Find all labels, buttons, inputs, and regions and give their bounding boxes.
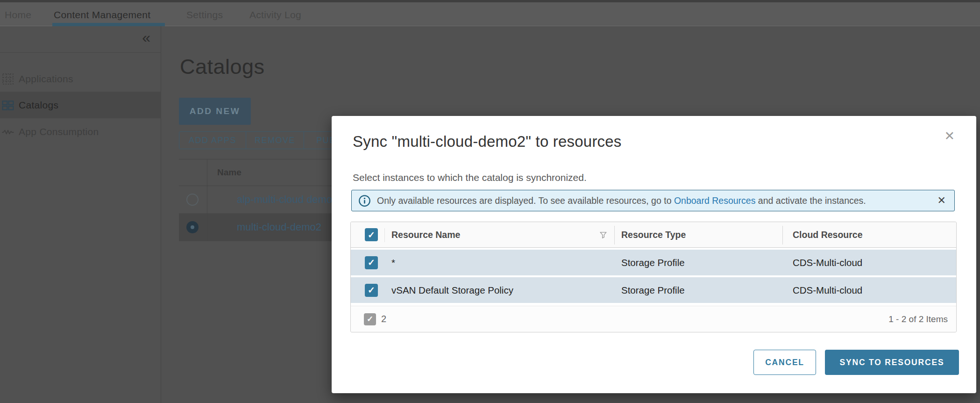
cloud-resource-cell: CDS-Multi-cloud: [793, 257, 862, 268]
add-new-button[interactable]: ADD NEW: [179, 98, 251, 125]
cancel-button[interactable]: CANCEL: [753, 350, 816, 375]
datagrid-footer: ✓ 2 1 - 2 of 2 Items: [351, 306, 956, 332]
modal-subtitle: Select instances to which the catalog is…: [353, 172, 587, 183]
tab-activity-log[interactable]: Activity Log: [249, 9, 301, 21]
sidebar: « Applications: [0, 26, 161, 403]
tab-content-management[interactable]: Content Management: [54, 9, 150, 21]
alert-close-icon[interactable]: ✕: [937, 195, 946, 206]
catalogs-table-header: Name: [179, 159, 356, 186]
alert-text-after: and activate the instances.: [755, 195, 866, 206]
alert-text: Only available resources are displayed. …: [377, 195, 866, 206]
sidebar-item-app-consumption[interactable]: App Consumption: [0, 118, 161, 145]
resource-type-header[interactable]: Resource Type: [621, 230, 686, 240]
wave-icon: [2, 126, 14, 138]
cloud-resource-header[interactable]: Cloud Resource: [793, 230, 863, 240]
table-row[interactable]: alp-multi-cloud demo: [179, 186, 356, 214]
modal-actions: CANCEL SYNC TO RESOURCES: [753, 350, 959, 375]
remove-button[interactable]: REMOVE: [246, 132, 304, 149]
catalog-name-link[interactable]: multi-cloud-demo2: [237, 221, 321, 233]
catalog-name-link[interactable]: alp-multi-cloud demo: [237, 194, 332, 206]
resource-type-cell: Storage Profile: [621, 257, 685, 268]
name-column-header: Name: [217, 167, 241, 178]
resource-row[interactable]: ✓ vSAN Default Storage Policy Storage Pr…: [351, 277, 956, 303]
resource-row[interactable]: ✓ * Storage Profile CDS-Multi-cloud: [351, 250, 956, 275]
resource-name-header[interactable]: Resource Name: [391, 230, 460, 240]
resource-name-cell: *: [391, 257, 395, 268]
sidebar-item-label: Applications: [19, 73, 73, 85]
column-divider[interactable]: [614, 226, 615, 245]
resource-name-cell: vSAN Default Storage Policy: [391, 285, 513, 296]
tiles-icon: [2, 99, 14, 111]
row-checkbox[interactable]: ✓: [365, 256, 378, 269]
sidebar-divider: [0, 52, 161, 53]
alert-text-before: Only available resources are displayed. …: [377, 195, 674, 206]
column-divider[interactable]: [782, 226, 783, 245]
info-circle-icon: [358, 194, 371, 207]
datagrid-header: ✓ Resource Name Resource Type Cloud Reso…: [351, 222, 956, 248]
tab-home[interactable]: Home: [5, 9, 31, 21]
row-checkbox[interactable]: ✓: [365, 284, 378, 297]
resource-type-cell: Storage Profile: [621, 285, 685, 296]
sidebar-item-label: App Consumption: [19, 126, 99, 137]
radio-unselected-icon[interactable]: [186, 194, 199, 206]
dot-grid-icon: [2, 73, 14, 85]
select-all-checkbox[interactable]: ✓: [365, 228, 378, 241]
selected-count: 2: [381, 314, 386, 324]
radio-selected-icon[interactable]: [186, 221, 199, 233]
app-root: Home Content Management Settings Activit…: [0, 0, 980, 403]
catalogs-table: Name alp-multi-cloud demo multi-cloud-de…: [179, 159, 356, 241]
table-row[interactable]: multi-cloud-demo2: [179, 214, 356, 241]
add-apps-button[interactable]: ADD APPS: [179, 132, 246, 149]
sidebar-item-catalogs[interactable]: Catalogs: [0, 92, 161, 118]
active-tab-underline: [52, 23, 165, 26]
sidebar-item-label: Catalogs: [19, 100, 58, 111]
modal-title: Sync "multi-cloud-demo2" to resources: [353, 133, 622, 151]
funnel-icon[interactable]: [599, 231, 607, 239]
column-divider: [207, 159, 207, 241]
column-divider: [384, 228, 385, 242]
info-alert: Only available resources are displayed. …: [351, 190, 955, 211]
cloud-resource-cell: CDS-Multi-cloud: [793, 285, 862, 296]
pagination-range: 1 - 2 of 2 Items: [888, 314, 948, 324]
top-navbar: Home Content Management Settings Activit…: [0, 2, 980, 26]
selected-count-checkbox[interactable]: ✓: [364, 313, 376, 325]
modal-close-icon[interactable]: ✕: [944, 130, 955, 143]
onboard-resources-link[interactable]: Onboard Resources: [674, 195, 756, 206]
sync-modal: ✕ Sync "multi-cloud-demo2" to resources …: [332, 116, 976, 393]
sidebar-item-applications[interactable]: Applications: [0, 65, 161, 92]
sync-to-resources-button[interactable]: SYNC TO RESOURCES: [825, 350, 959, 375]
sidebar-collapse-icon[interactable]: «: [142, 30, 150, 45]
resources-datagrid: ✓ Resource Name Resource Type Cloud Reso…: [350, 222, 957, 332]
tab-settings[interactable]: Settings: [186, 9, 223, 21]
page-title: Catalogs: [180, 55, 265, 79]
